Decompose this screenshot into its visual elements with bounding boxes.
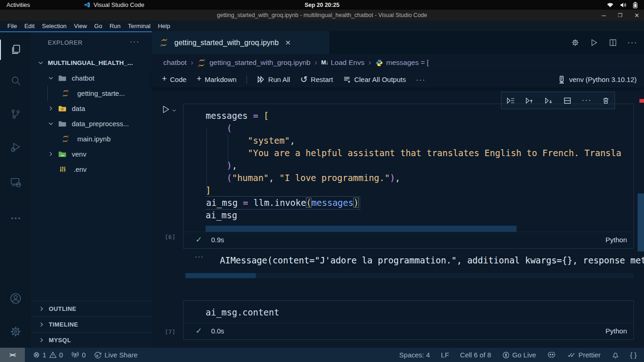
cell-footer: ✓ 0.0s Python (184, 323, 633, 339)
maximize-button[interactable]: ❐ (618, 12, 622, 18)
cell-language[interactable]: Python (605, 236, 627, 244)
ports-indicator[interactable]: 0 (71, 351, 86, 359)
breadcrumb-cell[interactable]: messages = [ (386, 58, 429, 67)
tree-item-data-preprocess-[interactable]: data_preprocess... (31, 116, 152, 131)
source-control-icon[interactable] (0, 104, 31, 124)
tree-item-chatbot[interactable]: chatbot (31, 70, 152, 86)
add-markdown-cell-button[interactable]: +Markdown (196, 75, 236, 84)
output-scrollbar-thumb[interactable] (185, 273, 256, 278)
notifications-bell-icon[interactable] (612, 351, 619, 359)
clock[interactable]: Sep 20 20:25 (0, 2, 644, 8)
add-code-cell-button[interactable]: +Code (162, 75, 186, 84)
code-line[interactable]: ai_msg.content (206, 306, 632, 319)
more-editor-actions-icon[interactable]: ··· (627, 39, 638, 47)
menu-help[interactable]: Help (154, 23, 174, 29)
menu-edit[interactable]: Edit (21, 23, 38, 29)
code-line[interactable]: ), (206, 159, 632, 172)
tree-item-multilingual-health-[interactable]: MULTILINGUAL_HEALTH_... (31, 55, 152, 70)
menu-selection[interactable]: Selection (38, 23, 70, 29)
menu-run[interactable]: Run (106, 23, 124, 29)
kernel-picker[interactable]: venv (Python 3.10.12) (558, 76, 637, 84)
breadcrumb-section[interactable]: Load Envs (331, 58, 364, 67)
tree-item-venv[interactable]: venv (31, 146, 152, 162)
breadcrumb-folder[interactable]: chatbot (163, 58, 187, 67)
more-activity-icon[interactable] (0, 208, 31, 228)
menu-view[interactable]: View (70, 23, 91, 29)
wifi-icon (607, 2, 614, 8)
vertical-scrollbar-thumb[interactable] (638, 193, 644, 251)
cell-code-editor[interactable]: messages = [ ( "system", "You are a help… (206, 110, 632, 222)
code-cell-6[interactable]: messages = [ ( "system", "You are a help… (183, 104, 634, 249)
close-tab-icon[interactable]: ✕ (285, 39, 291, 47)
restart-kernel-button[interactable]: ↺ Restart (300, 76, 333, 83)
menu-terminal[interactable]: Terminal (124, 23, 154, 29)
customize-layout-gear-icon[interactable] (571, 38, 580, 47)
code-line[interactable]: "You are a helpful assistant that transl… (206, 147, 632, 159)
code-line[interactable]: ai_msg (206, 209, 632, 222)
split-cell-icon[interactable] (564, 97, 571, 105)
system-tray[interactable] (607, 2, 638, 8)
folder-data-icon (58, 105, 67, 112)
output-scrollbar-track[interactable] (185, 273, 634, 278)
braces-indicator[interactable]: { } (630, 351, 637, 359)
code-line[interactable]: messages = [ (206, 110, 632, 122)
chevron-right-icon (39, 321, 45, 327)
eol-indicator[interactable]: LF (441, 351, 449, 359)
section-outline[interactable]: OUTLINE (31, 301, 152, 316)
tree-item--env[interactable]: .env (31, 162, 152, 177)
search-icon[interactable] (0, 71, 31, 91)
output-more-actions-icon[interactable]: ··· (195, 252, 204, 262)
remote-indicator[interactable]: >< (0, 348, 25, 362)
go-live-button[interactable]: Go Live (502, 351, 536, 359)
run-menu-icon[interactable] (590, 38, 598, 47)
run-debug-icon[interactable] (0, 137, 31, 158)
python-icon (375, 59, 383, 67)
cell-position-indicator[interactable]: Cell 6 of 8 (460, 351, 491, 359)
toolbar-more-icon[interactable]: ··· (416, 76, 426, 83)
remote-explorer-icon[interactable] (0, 172, 31, 193)
execute-cell-and-below-arrow-icon[interactable] (545, 97, 553, 105)
execute-above-cells-icon[interactable] (525, 97, 534, 105)
menu-file[interactable]: File (4, 23, 21, 29)
live-share-button[interactable]: Live Share (94, 351, 138, 359)
tree-item-getting-starte-[interactable]: getting_starte... (31, 86, 152, 101)
prettier-indicator[interactable]: ✓✓ Prettier (567, 351, 601, 359)
code-line[interactable]: "system", (206, 134, 632, 147)
code-line[interactable]: ] (206, 184, 632, 197)
system-top-bar: Activities Visual Studio Code Sep 20 20:… (0, 0, 644, 10)
cell-language[interactable]: Python (605, 327, 627, 335)
delete-cell-icon[interactable] (602, 97, 610, 105)
account-icon[interactable] (0, 288, 31, 309)
settings-gear-icon[interactable] (0, 321, 31, 342)
run-all-button[interactable]: Run All (257, 76, 290, 83)
tree-item-label: chatbot (72, 74, 94, 82)
copilot-icon[interactable] (547, 351, 556, 359)
menu-go[interactable]: Go (91, 23, 106, 29)
activity-bar (0, 31, 31, 348)
env-icon (59, 165, 67, 173)
code-line[interactable]: ("human", "I love programming."), (206, 172, 632, 184)
run-cell-button[interactable] (161, 105, 177, 114)
code-cell-7[interactable]: ai_msg.content ✓ 0.0s Python (183, 300, 634, 340)
execute-cell-and-below-icon[interactable] (506, 97, 515, 105)
tab-notebook[interactable]: getting_started_with_groq.ipynb ✕ (152, 31, 329, 54)
code-line[interactable]: ( (206, 122, 632, 134)
section-timeline[interactable]: TIMELINE (31, 316, 152, 332)
minimize-button[interactable]: ─ (602, 12, 606, 19)
explorer-activity-icon[interactable] (0, 40, 31, 60)
problems-indicator[interactable]: ⊗ 1 0 (33, 350, 63, 360)
indentation-indicator[interactable]: Spaces: 4 (399, 351, 430, 359)
clear-all-outputs-button[interactable]: Clear All Outputs (343, 76, 406, 83)
close-window-button[interactable]: ✕ (634, 12, 639, 19)
code-line[interactable]: ai_msg = llm.invoke(messages) (206, 197, 632, 209)
chevron-down-icon (48, 121, 54, 127)
explorer-more-actions-icon[interactable]: ··· (130, 38, 140, 46)
tree-item-main-ipynb[interactable]: main.ipynb (31, 131, 152, 146)
breadcrumb-file[interactable]: getting_started_with_groq.ipynb (209, 58, 310, 67)
cell-horizontal-scrollbar[interactable] (206, 226, 517, 232)
folder-icon (58, 75, 67, 82)
section-mysql[interactable]: MYSQL (31, 332, 152, 348)
tree-item-data[interactable]: data (31, 101, 152, 116)
split-editor-icon[interactable] (609, 38, 617, 47)
cell-code-editor[interactable]: ai_msg.content (206, 306, 632, 319)
